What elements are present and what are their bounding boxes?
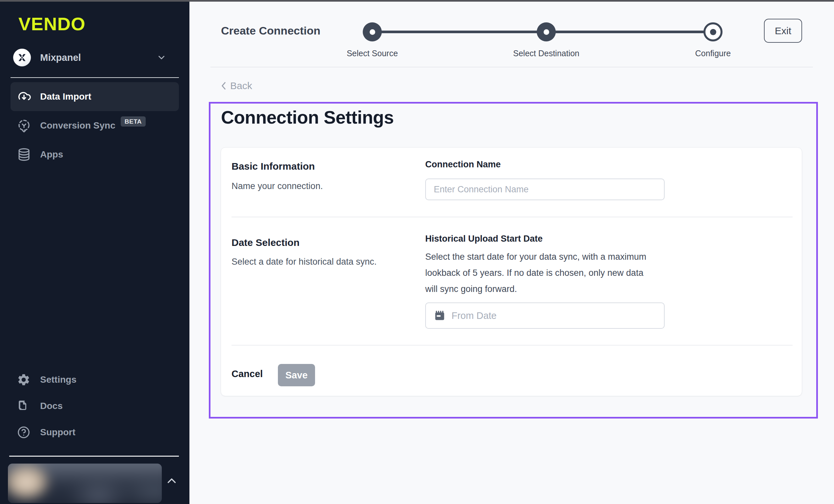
stepper-line-1 bbox=[372, 30, 546, 33]
sidebar-divider-top bbox=[10, 77, 179, 78]
exit-button[interactable]: Exit bbox=[764, 19, 802, 43]
database-icon bbox=[17, 147, 31, 162]
workspace-name: Mixpanel bbox=[40, 52, 81, 63]
docs-pages-icon bbox=[17, 399, 31, 413]
main-area: Create Connection Select Source Select D… bbox=[190, 0, 834, 504]
connection-settings-panel: Connection Settings Basic Information Na… bbox=[209, 102, 818, 418]
window-top-edge bbox=[0, 0, 834, 2]
sidebar-item-label: Support bbox=[40, 427, 75, 438]
sidebar-item-label: Settings bbox=[40, 374, 76, 385]
back-link[interactable]: Back bbox=[220, 80, 252, 91]
connection-name-input[interactable] bbox=[425, 178, 665, 200]
step-label-select-source: Select Source bbox=[347, 49, 398, 58]
step-label-select-destination: Select Destination bbox=[513, 49, 579, 58]
cloud-download-icon bbox=[17, 89, 31, 104]
mixpanel-logo-icon bbox=[13, 49, 31, 66]
chevron-down-icon bbox=[156, 52, 167, 63]
settings-card: Basic Information Name your connection. … bbox=[221, 147, 802, 396]
basic-information-description: Name your connection. bbox=[232, 181, 323, 191]
step-dot-core bbox=[544, 29, 549, 35]
sidebar-item-label: Data Import bbox=[40, 91, 91, 102]
basic-information-heading: Basic Information bbox=[232, 161, 315, 172]
wizard-header: Create Connection Select Source Select D… bbox=[211, 0, 813, 67]
gear-icon bbox=[17, 372, 31, 387]
sidebar: VENDO Mixpanel bbox=[0, 0, 190, 504]
sidebar-footer-nav: Settings Docs Support bbox=[10, 367, 179, 445]
step-dot-core bbox=[370, 29, 375, 35]
save-button[interactable]: Save bbox=[278, 364, 315, 386]
from-date-field[interactable] bbox=[425, 303, 665, 329]
back-label: Back bbox=[230, 80, 252, 91]
calendar-icon bbox=[434, 310, 446, 322]
sidebar-item-label: Conversion Sync bbox=[40, 120, 115, 131]
historical-upload-help: Select the start date for your data sync… bbox=[425, 249, 652, 297]
connection-name-label: Connection Name bbox=[425, 159, 501, 170]
sidebar-item-support[interactable]: Support bbox=[10, 419, 179, 445]
sidebar-item-conversion-sync[interactable]: Conversion Sync BETA bbox=[10, 111, 179, 140]
step-select-destination-dot bbox=[537, 22, 556, 41]
stepper-line-2 bbox=[546, 30, 713, 33]
sidebar-item-data-import[interactable]: Data Import bbox=[10, 82, 179, 111]
step-label-configure: Configure bbox=[695, 49, 731, 58]
sidebar-item-docs[interactable]: Docs bbox=[10, 393, 179, 419]
date-selection-description: Select a date for historical data sync. bbox=[232, 257, 376, 267]
help-circle-icon bbox=[17, 425, 31, 440]
sidebar-item-apps[interactable]: Apps bbox=[10, 140, 179, 169]
section-divider bbox=[232, 345, 793, 346]
chevron-left-icon bbox=[220, 81, 227, 90]
historical-upload-label: Historical Upload Start Date bbox=[425, 234, 543, 244]
page-title: Create Connection bbox=[221, 24, 320, 37]
cancel-button[interactable]: Cancel bbox=[232, 369, 263, 379]
user-profile-blur bbox=[8, 464, 162, 503]
step-select-source-dot bbox=[363, 22, 382, 41]
sidebar-divider-bottom bbox=[9, 456, 179, 457]
date-selection-heading: Date Selection bbox=[232, 237, 300, 248]
sidebar-nav: Data Import Conversion Sync BETA bbox=[10, 82, 179, 169]
sidebar-item-label: Docs bbox=[40, 401, 63, 411]
workspace-switcher[interactable]: Mixpanel bbox=[13, 48, 178, 67]
beta-badge: BETA bbox=[121, 116, 146, 127]
chevron-up-icon[interactable] bbox=[166, 476, 178, 487]
step-dot-core bbox=[710, 29, 716, 35]
user-profile-blurred[interactable] bbox=[8, 464, 162, 503]
step-configure-dot bbox=[703, 22, 723, 41]
section-divider bbox=[232, 217, 793, 217]
vendo-logo: VENDO bbox=[18, 13, 86, 35]
panel-title: Connection Settings bbox=[221, 107, 394, 128]
sidebar-item-label: Apps bbox=[40, 149, 63, 160]
from-date-input[interactable] bbox=[452, 310, 656, 321]
sidebar-item-settings[interactable]: Settings bbox=[10, 367, 179, 393]
conversion-sync-icon bbox=[17, 118, 31, 133]
